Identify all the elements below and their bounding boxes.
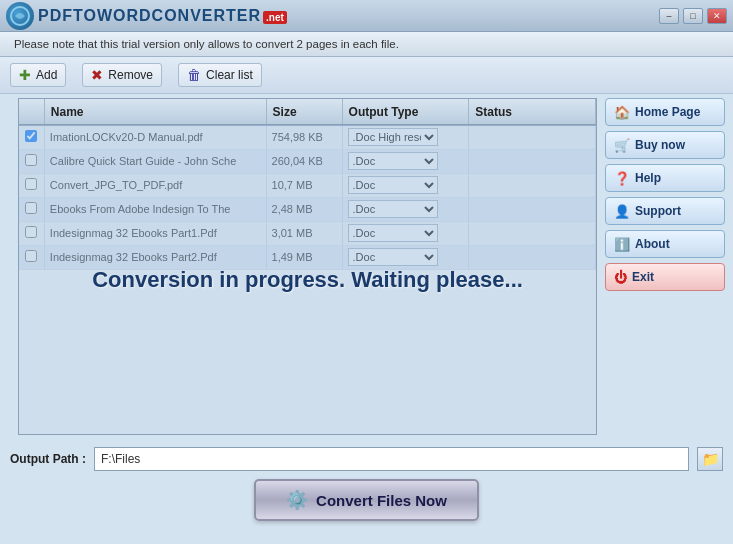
convert-btn-row: ⚙️ Convert Files Now xyxy=(10,479,723,521)
logo-text: PDFTOWORD CONVERTER .net xyxy=(38,7,287,25)
clear-icon: 🗑 xyxy=(187,67,201,83)
sidebar-support-label: Support xyxy=(635,204,681,218)
conversion-overlay: Conversion in progress. Waiting please..… xyxy=(19,125,596,434)
notice-text: Please note that this trial version only… xyxy=(14,38,399,50)
main-content: Name Size Output Type Status ImationLOCK… xyxy=(0,94,733,439)
support-icon: 👤 xyxy=(614,204,630,219)
col-check xyxy=(19,99,44,125)
col-status: Status xyxy=(469,99,596,125)
folder-icon: 📁 xyxy=(702,451,719,467)
clear-button[interactable]: 🗑 Clear list xyxy=(178,63,262,87)
convert-label: Convert Files Now xyxy=(316,492,447,509)
toolbar: ✚ Add ✖ Remove 🗑 Clear list xyxy=(0,57,733,94)
sidebar-home-label: Home Page xyxy=(635,105,700,119)
output-path-input[interactable] xyxy=(94,447,689,471)
conversion-text: Conversion in progress. Waiting please..… xyxy=(92,267,523,293)
add-label: Add xyxy=(36,68,57,82)
window-controls: – □ ✕ xyxy=(659,8,727,24)
close-button[interactable]: ✕ xyxy=(707,8,727,24)
sidebar-help-button[interactable]: ❓Help xyxy=(605,164,725,192)
sidebar-home-button[interactable]: 🏠Home Page xyxy=(605,98,725,126)
sidebar-support-button[interactable]: 👤Support xyxy=(605,197,725,225)
bottom-area: Output Path : 📁 ⚙️ Convert Files Now xyxy=(0,439,733,527)
maximize-button[interactable]: □ xyxy=(683,8,703,24)
sidebar-help-label: Help xyxy=(635,171,661,185)
folder-browse-button[interactable]: 📁 xyxy=(697,447,723,471)
file-list-area: Name Size Output Type Status ImationLOCK… xyxy=(18,98,597,435)
home-icon: 🏠 xyxy=(614,105,630,120)
buy-icon: 🛒 xyxy=(614,138,630,153)
output-path-label: Output Path : xyxy=(10,452,86,466)
sidebar-buy-label: Buy now xyxy=(635,138,685,152)
minimize-button[interactable]: – xyxy=(659,8,679,24)
about-icon: ℹ️ xyxy=(614,237,630,252)
title-bar: PDFTOWORD CONVERTER .net – □ ✕ xyxy=(0,0,733,32)
clear-label: Clear list xyxy=(206,68,253,82)
remove-button[interactable]: ✖ Remove xyxy=(82,63,162,87)
remove-label: Remove xyxy=(108,68,153,82)
help-icon: ❓ xyxy=(614,171,630,186)
convert-button[interactable]: ⚙️ Convert Files Now xyxy=(254,479,479,521)
col-name: Name xyxy=(44,99,266,125)
sidebar-about-label: About xyxy=(635,237,670,251)
convert-icon: ⚙️ xyxy=(286,489,308,511)
notice-bar: Please note that this trial version only… xyxy=(0,32,733,57)
sidebar-exit-button[interactable]: ⏻Exit xyxy=(605,263,725,291)
sidebar-about-button[interactable]: ℹ️About xyxy=(605,230,725,258)
add-button[interactable]: ✚ Add xyxy=(10,63,66,87)
remove-icon: ✖ xyxy=(91,67,103,83)
output-path-row: Output Path : 📁 xyxy=(10,447,723,471)
col-output: Output Type xyxy=(342,99,469,125)
col-size: Size xyxy=(266,99,342,125)
sidebar-exit-label: Exit xyxy=(632,270,654,284)
exit-icon: ⏻ xyxy=(614,270,627,285)
sidebar: 🏠Home Page🛒Buy now❓Help👤Supportℹ️About⏻E… xyxy=(603,94,733,439)
sidebar-buy-button[interactable]: 🛒Buy now xyxy=(605,131,725,159)
app-logo: PDFTOWORD CONVERTER .net xyxy=(6,2,287,30)
logo-icon xyxy=(6,2,34,30)
add-icon: ✚ xyxy=(19,67,31,83)
